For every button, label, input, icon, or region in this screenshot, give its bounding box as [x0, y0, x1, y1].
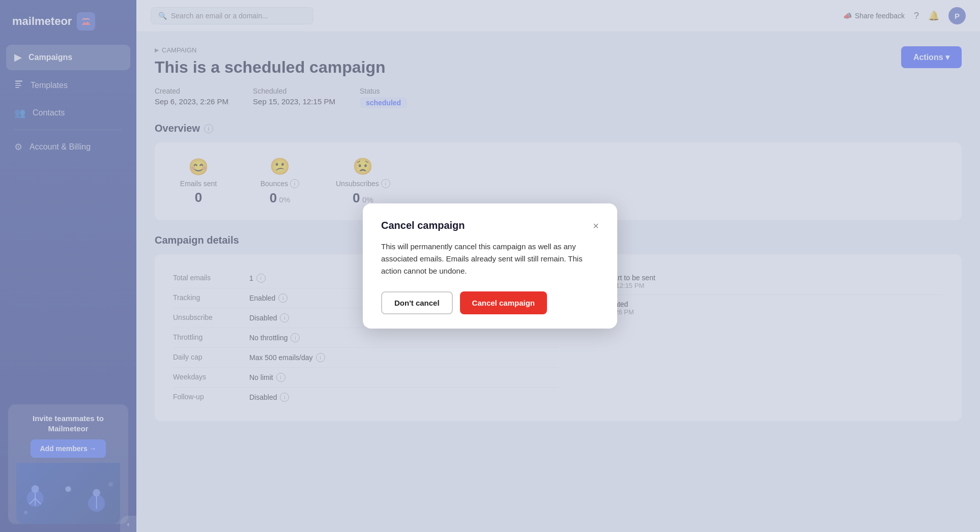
modal-overlay[interactable]: Cancel campaign × This will permanently …	[0, 0, 980, 532]
cancel-campaign-button[interactable]: Cancel campaign	[460, 291, 547, 314]
modal-title: Cancel campaign	[381, 220, 465, 231]
modal-body: This will permanently cancel this campai…	[381, 241, 599, 277]
cancel-campaign-modal: Cancel campaign × This will permanently …	[363, 203, 617, 329]
modal-close-button[interactable]: ×	[593, 221, 599, 231]
modal-footer: Don't cancel Cancel campaign	[381, 291, 599, 314]
modal-header: Cancel campaign ×	[381, 220, 599, 231]
dont-cancel-button[interactable]: Don't cancel	[381, 291, 453, 314]
